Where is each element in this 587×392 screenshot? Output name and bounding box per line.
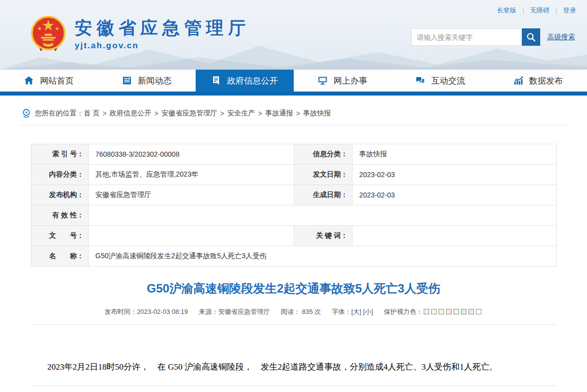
elder-version-link[interactable]: 长辈版 (497, 6, 516, 14)
breadcrumb-item-gov-info[interactable]: 政府信息公开 (110, 109, 151, 118)
info-value-index-number: 76080338-3/202302-00008 (89, 144, 294, 165)
breadcrumb-prefix: 您所在的位置： (35, 109, 84, 118)
info-label-generate-date: 生成日期： (294, 185, 352, 205)
search-bar: 高级搜索 (411, 28, 575, 46)
nav-item-home[interactable]: 网站首页 (0, 70, 98, 92)
info-label-doc-number: 文 号： (31, 226, 89, 246)
info-value-doc-number (89, 226, 294, 246)
info-label-validity: 有 效 性： (31, 205, 89, 226)
article-body-paragraph: 2023年2月2日18时50分许， 在 G50 沪渝高速铜陵段， 发生2起道路交… (30, 361, 557, 374)
breadcrumb-item-safety[interactable]: 安全生产 (227, 109, 255, 118)
nav-item-news[interactable]: 新闻动态 (98, 70, 196, 92)
brand-text: 安徽省应急管理厅 yjt.ah.gov.cn (75, 18, 250, 51)
breadcrumb-separator: > (220, 109, 224, 117)
nav-item-label: 网站首页 (40, 75, 74, 87)
article-meta: 发布时间：2023-02-03 08:19 来源：安徽省应急管理厅 阅读： 83… (0, 307, 587, 316)
font-larger-button[interactable]: [大] (351, 308, 361, 315)
breadcrumb-item-department[interactable]: 安徽省应急管理厅 (161, 109, 217, 118)
vision-color-swatch[interactable] (461, 309, 467, 314)
info-label-issue-date: 发文日期： (294, 165, 352, 185)
breadcrumb-separator: > (154, 109, 158, 117)
advanced-search-link[interactable]: 高级搜索 (547, 33, 575, 42)
data-release-icon (513, 76, 523, 86)
article-title: G50沪渝高速铜陵段发生2起交通事故致5人死亡3人受伤 (0, 281, 587, 296)
publish-time-label: 发布时间： (105, 308, 137, 315)
online-service-icon (318, 76, 328, 86)
nav-item-label: 网上办事 (334, 75, 367, 87)
publish-time-value: 2023-02-03 08:19 (137, 308, 188, 315)
info-label-name: 名 称： (31, 246, 89, 267)
nav-item-label: 互动交流 (431, 75, 465, 87)
document-info-table: 索 引 号： 76080338-3/202302-00008 信息分类： 事故快… (31, 144, 557, 267)
site-brand[interactable]: 安徽省应急管理厅 yjt.ah.gov.cn (29, 15, 250, 54)
source-label: 来源： (199, 308, 218, 315)
views-count: 835 (302, 308, 313, 315)
breadcrumb-separator: > (103, 109, 107, 117)
main-nav: 网站首页 新闻动态 政府信息公开 网上办事 互动交流 数据发布 (0, 70, 587, 92)
views-unit: 次 (315, 308, 321, 315)
info-value-info-category: 事故快报 (352, 144, 557, 165)
info-label-index-number: 索 引 号： (31, 144, 89, 165)
breadcrumb-item-home[interactable]: 首 页 (84, 109, 100, 118)
topbar-separator: | (522, 6, 524, 14)
nav-item-online-service[interactable]: 网上办事 (294, 70, 392, 92)
eye-protect-label: 保护视力色： (384, 308, 423, 315)
topbar-links: 长辈版|无障碍|登录 (497, 6, 576, 15)
info-value-content-category: 其他,市场监管、应急管理,2023年 (89, 165, 294, 185)
topbar-separator: | (556, 6, 557, 14)
interaction-icon (415, 76, 425, 86)
nav-item-label: 政府信息公开 (227, 75, 278, 87)
breadcrumb-separator: > (258, 109, 262, 117)
search-icon (526, 32, 536, 42)
info-label-publisher: 发布机构： (31, 185, 89, 205)
info-label-keywords: 关 键 词： (294, 226, 352, 246)
site-domain: yjt.ah.gov.cn (75, 41, 250, 51)
info-value-generate-date: 2023-02-03 (352, 185, 557, 205)
breadcrumb-item-accident-report[interactable]: 事故通报 (265, 109, 293, 118)
info-value-validity (89, 205, 557, 226)
news-icon (122, 76, 132, 86)
nav-accent-strip (0, 92, 587, 96)
site-header: 长辈版|无障碍|登录 安徽省应急管理厅 yjt.ah.gov.cn (0, 0, 587, 70)
nav-item-interaction[interactable]: 互动交流 (391, 70, 489, 92)
nav-item-gov-info[interactable]: 政府信息公开 (196, 70, 294, 92)
national-emblem-logo (29, 15, 68, 54)
meta-divider (30, 324, 557, 325)
vision-color-swatch[interactable] (454, 309, 459, 314)
nav-item-data-release[interactable]: 数据发布 (489, 70, 587, 92)
vision-color-swatch[interactable] (476, 309, 481, 314)
site-title: 安徽省应急管理厅 (75, 18, 250, 38)
nav-item-label: 新闻动态 (138, 75, 172, 87)
gov-info-icon (211, 76, 221, 86)
breadcrumb-item-accident-bulletin[interactable]: 事故快报 (303, 109, 331, 118)
info-value-publisher: 安徽省应急管理厅 (89, 185, 294, 205)
nav-item-label: 数据发布 (529, 75, 563, 87)
breadcrumb: 您所在的位置： 首 页 > 政府信息公开 > 安徽省应急管理厅 > 安全生产 >… (20, 96, 567, 125)
info-label-info-category: 信息分类： (294, 144, 352, 165)
font-smaller-button[interactable]: [小] (363, 308, 373, 315)
source-value: 安徽省应急管理厅 (218, 308, 270, 315)
home-icon (24, 76, 34, 86)
vision-color-swatch[interactable] (446, 309, 452, 314)
info-label-content-category: 内容分类： (31, 165, 89, 185)
search-input[interactable] (411, 28, 522, 46)
login-link[interactable]: 登录 (563, 6, 576, 14)
breadcrumb-separator: > (296, 109, 300, 117)
font-size-label: 字体： (332, 308, 351, 315)
bottom-divider (30, 386, 557, 386)
info-value-keywords (352, 226, 557, 246)
vision-color-swatch[interactable] (469, 309, 474, 314)
views-label: 阅读： (281, 308, 300, 315)
info-value-issue-date: 2023-02-03 (352, 165, 557, 185)
vision-color-swatch[interactable] (424, 309, 429, 314)
location-pin-icon (22, 108, 31, 118)
info-value-name: G50沪渝高速铜陵段发生2起交通事故致5人死亡3人受伤 (89, 246, 557, 267)
accessibility-link[interactable]: 无障碍 (530, 6, 550, 14)
vision-color-swatch[interactable] (431, 309, 437, 314)
vision-color-swatch[interactable] (439, 309, 444, 314)
search-button[interactable] (522, 28, 540, 46)
